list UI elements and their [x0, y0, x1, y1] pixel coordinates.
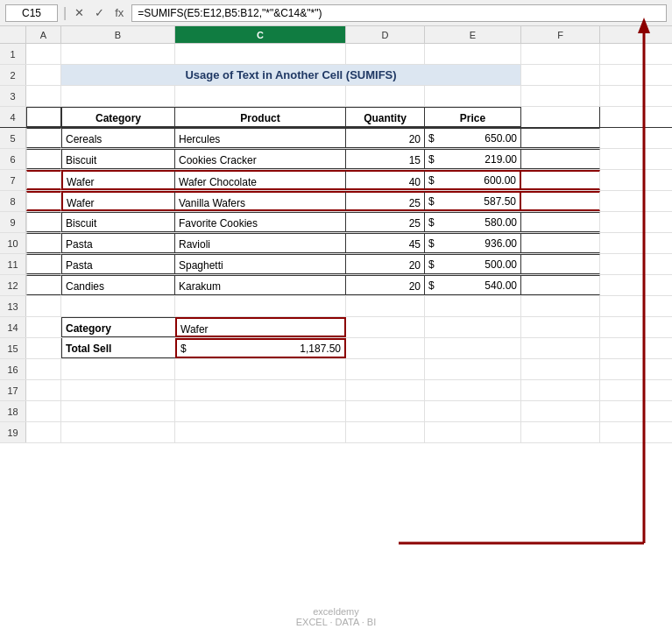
- cell-a8[interactable]: [26, 191, 61, 211]
- confirm-icon[interactable]: ✓: [92, 5, 107, 20]
- cell-f17[interactable]: [521, 380, 600, 400]
- summary-label2[interactable]: Total Sell: [61, 338, 175, 358]
- cell-a10[interactable]: [26, 233, 61, 253]
- cell-d16[interactable]: [346, 359, 425, 379]
- cell-f7[interactable]: [521, 170, 600, 190]
- cancel-icon[interactable]: ✕: [72, 5, 87, 20]
- cell-d1[interactable]: [346, 44, 425, 64]
- cell-e14[interactable]: [425, 317, 521, 337]
- cell-a13[interactable]: [26, 296, 61, 316]
- cell-a9[interactable]: [26, 212, 61, 232]
- cell-d18[interactable]: [346, 401, 425, 421]
- cell-b3[interactable]: [61, 86, 175, 106]
- header-category[interactable]: Category: [61, 107, 175, 127]
- cell-c17[interactable]: [175, 380, 346, 400]
- cell-quantity-6[interactable]: 15: [346, 149, 425, 169]
- cell-e3[interactable]: [425, 86, 521, 106]
- cell-price-11[interactable]: $ 500.00: [425, 254, 521, 274]
- cell-product-6[interactable]: Cookies Cracker: [175, 149, 346, 169]
- cell-price-8[interactable]: $ 587.50: [425, 191, 521, 211]
- cell-quantity-10[interactable]: 45: [346, 233, 425, 253]
- cell-e15[interactable]: [425, 338, 521, 358]
- cell-d3[interactable]: [346, 86, 425, 106]
- cell-price-9[interactable]: $ 580.00: [425, 212, 521, 232]
- cell-a15[interactable]: [26, 338, 61, 358]
- cell-a7[interactable]: [26, 170, 61, 190]
- cell-e16[interactable]: [425, 359, 521, 379]
- cell-b18[interactable]: [61, 401, 175, 421]
- col-header-f[interactable]: F: [521, 26, 600, 43]
- col-header-a[interactable]: A: [26, 26, 61, 43]
- cell-c13[interactable]: [175, 296, 346, 316]
- cell-category-5[interactable]: Cereals: [61, 128, 175, 148]
- cell-a5[interactable]: [26, 128, 61, 148]
- title-cell[interactable]: Usage of Text in Another Cell (SUMIFS): [61, 65, 521, 85]
- cell-f6[interactable]: [521, 149, 600, 169]
- cell-f13[interactable]: [521, 296, 600, 316]
- cell-f14[interactable]: [521, 317, 600, 337]
- cell-quantity-12[interactable]: 20: [346, 275, 425, 295]
- header-product[interactable]: Product: [175, 107, 346, 127]
- cell-a12[interactable]: [26, 275, 61, 295]
- cell-price-10[interactable]: $ 936.00: [425, 233, 521, 253]
- cell-quantity-7[interactable]: 40: [346, 170, 425, 190]
- cell-a16[interactable]: [26, 359, 61, 379]
- cell-f5[interactable]: [521, 128, 600, 148]
- cell-d14[interactable]: [346, 317, 425, 337]
- cell-category-11[interactable]: Pasta: [61, 254, 175, 274]
- cell-quantity-11[interactable]: 20: [346, 254, 425, 274]
- cell-a4[interactable]: [26, 107, 61, 127]
- formula-bar[interactable]: =SUMIFS(E5:E12,B5:B12,"*"&C14&"*"): [131, 4, 667, 22]
- header-price[interactable]: Price: [425, 107, 521, 127]
- cell-f15[interactable]: [521, 338, 600, 358]
- cell-quantity-9[interactable]: 25: [346, 212, 425, 232]
- cell-b19[interactable]: [61, 422, 175, 442]
- cell-b17[interactable]: [61, 380, 175, 400]
- cell-price-5[interactable]: $ 650.00: [425, 128, 521, 148]
- cell-c16[interactable]: [175, 359, 346, 379]
- summary-label1[interactable]: Category: [61, 317, 175, 337]
- cell-b13[interactable]: [61, 296, 175, 316]
- cell-a6[interactable]: [26, 149, 61, 169]
- fx-icon[interactable]: fx: [112, 5, 126, 20]
- cell-price-12[interactable]: $ 540.00: [425, 275, 521, 295]
- cell-product-10[interactable]: Ravioli: [175, 233, 346, 253]
- cell-f4[interactable]: [521, 107, 600, 127]
- cell-e19[interactable]: [425, 422, 521, 442]
- cell-a18[interactable]: [26, 401, 61, 421]
- cell-a17[interactable]: [26, 380, 61, 400]
- cell-product-12[interactable]: Karakum: [175, 275, 346, 295]
- cell-f18[interactable]: [521, 401, 600, 421]
- cell-a1[interactable]: [26, 44, 61, 64]
- cell-f2[interactable]: [521, 65, 600, 85]
- cell-reference-box[interactable]: C15: [5, 4, 58, 22]
- cell-price-7[interactable]: $ 600.00: [425, 170, 521, 190]
- cell-c19[interactable]: [175, 422, 346, 442]
- cell-a3[interactable]: [26, 86, 61, 106]
- cell-quantity-8[interactable]: 25: [346, 191, 425, 211]
- col-header-c[interactable]: C: [175, 26, 346, 43]
- cell-category-7[interactable]: Wafer: [61, 170, 175, 190]
- cell-category-12[interactable]: Candies: [61, 275, 175, 295]
- cell-b1[interactable]: [61, 44, 175, 64]
- cell-e18[interactable]: [425, 401, 521, 421]
- cell-c1[interactable]: [175, 44, 346, 64]
- cell-d13[interactable]: [346, 296, 425, 316]
- col-header-b[interactable]: B: [61, 26, 175, 43]
- summary-value2[interactable]: $ 1,187.50: [175, 338, 346, 358]
- cell-f1[interactable]: [521, 44, 600, 64]
- cell-d15[interactable]: [346, 338, 425, 358]
- cell-f16[interactable]: [521, 359, 600, 379]
- cell-category-9[interactable]: Biscuit: [61, 212, 175, 232]
- cell-a14[interactable]: [26, 317, 61, 337]
- cell-a11[interactable]: [26, 254, 61, 274]
- cell-f9[interactable]: [521, 212, 600, 232]
- cell-c18[interactable]: [175, 401, 346, 421]
- cell-product-7[interactable]: Wafer Chocolate: [175, 170, 346, 190]
- cell-price-6[interactable]: $ 219.00: [425, 149, 521, 169]
- cell-product-11[interactable]: Spaghetti: [175, 254, 346, 274]
- cell-e17[interactable]: [425, 380, 521, 400]
- cell-f11[interactable]: [521, 254, 600, 274]
- cell-e1[interactable]: [425, 44, 521, 64]
- cell-a19[interactable]: [26, 422, 61, 442]
